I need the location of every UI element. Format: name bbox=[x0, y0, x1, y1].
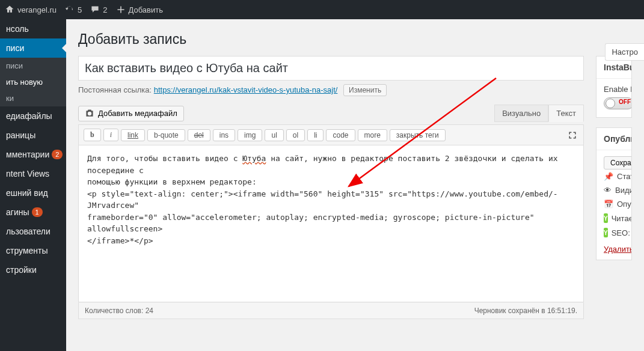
add-media-button[interactable]: Добавить медиафайл bbox=[78, 106, 184, 121]
permalink-row: Постоянная ссылка: https://verangel.ru/k… bbox=[78, 84, 584, 96]
qt-ol-button[interactable]: ol bbox=[286, 129, 305, 141]
draft-saved: Черновик сохранён в 16:51:19. bbox=[474, 307, 577, 315]
sidebar-sub-rubriki[interactable]: ки bbox=[0, 90, 66, 106]
word-count: Количество слов: 24 bbox=[85, 307, 153, 315]
qt-link-button[interactable]: link bbox=[121, 129, 145, 141]
sidebar-sub-new[interactable]: ить новую bbox=[0, 74, 66, 90]
qt-del-button[interactable]: del bbox=[188, 129, 210, 141]
readability-icon: Y bbox=[604, 213, 608, 223]
instabuilder-enable-label: Enable Ins bbox=[604, 85, 624, 94]
pin-icon: 📌 bbox=[604, 172, 613, 181]
admin-sidebar: нсоль писи писи ить новую ки едиафайлы р… bbox=[0, 19, 66, 351]
update-count: 5 bbox=[78, 5, 82, 14]
sidebar-item-pages[interactable]: раницы bbox=[0, 126, 66, 145]
sidebar-item-media[interactable]: едиафайлы bbox=[0, 106, 66, 126]
qt-ins-button[interactable]: ins bbox=[213, 129, 235, 141]
toggle-off-label: OFF bbox=[619, 99, 631, 105]
site-name: verangel.ru bbox=[17, 5, 57, 14]
qt-ul-button[interactable]: ul bbox=[265, 129, 283, 141]
sidebar-item-tools[interactable]: струменты bbox=[0, 241, 66, 260]
tab-visual[interactable]: Визуально bbox=[494, 105, 548, 122]
editor-status-bar: Количество слов: 24 Черновик сохранён в … bbox=[78, 302, 584, 319]
save-draft-button[interactable]: Сохранит bbox=[604, 156, 631, 169]
toggle-knob bbox=[606, 99, 615, 108]
screen-options-tab[interactable]: Настро bbox=[605, 43, 644, 61]
add-media-label: Добавить медиафайл bbox=[98, 109, 177, 118]
tab-text[interactable]: Текст bbox=[548, 105, 584, 122]
comment-count: 2 bbox=[103, 5, 107, 14]
camera-icon bbox=[85, 109, 94, 118]
sidebar-item-settings[interactable]: стройки bbox=[0, 260, 66, 279]
qt-bquote-button[interactable]: b-quote bbox=[147, 129, 185, 141]
sidebar-submenu-posts: писи ить новую ки bbox=[0, 58, 66, 106]
sidebar-plugins-label: агины bbox=[6, 207, 29, 217]
publish-readability-label: Читаем bbox=[612, 214, 631, 223]
adminbar-comments[interactable]: 2 bbox=[90, 5, 107, 14]
publish-visibility-label: Видим bbox=[615, 186, 631, 195]
qt-li-button[interactable]: li bbox=[307, 129, 324, 141]
move-to-trash-link[interactable]: Удалить bbox=[604, 240, 624, 254]
adminbar-site[interactable]: verangel.ru bbox=[5, 5, 57, 14]
permalink-link[interactable]: https://verangel.ru/kak-vstavit-video-s-… bbox=[154, 85, 338, 94]
post-content-editor[interactable]: Для того, чтобы вставить видео с Ютуба н… bbox=[79, 145, 583, 302]
publish-seo-label: SEO: Н bbox=[612, 228, 631, 237]
seo-icon: Y bbox=[604, 228, 608, 237]
calendar-icon: 📅 bbox=[604, 200, 613, 209]
qt-bold-button[interactable]: b bbox=[84, 129, 101, 141]
main-content: Настро Добавить запись Постоянная ссылка… bbox=[66, 19, 644, 351]
publish-date-label: Опубл bbox=[617, 200, 631, 209]
sidebar-comments-badge: 2 bbox=[52, 150, 63, 159]
qt-closetags-button[interactable]: закрыть теги bbox=[390, 129, 446, 141]
publish-metabox: Опублико Сохранит 📌Статус 👁Видим 📅Опубл … bbox=[596, 127, 632, 260]
adminbar-updates[interactable]: 5 bbox=[65, 5, 82, 14]
home-icon bbox=[5, 5, 14, 14]
comment-icon bbox=[90, 5, 100, 14]
qt-code-button[interactable]: code bbox=[326, 129, 355, 141]
sidebar-item-plugins[interactable]: агины 1 bbox=[0, 203, 66, 222]
qt-italic-button[interactable]: i bbox=[103, 129, 118, 141]
sidebar-item-posts[interactable]: писи bbox=[0, 38, 66, 58]
post-title-input[interactable] bbox=[78, 56, 584, 81]
adminbar-add[interactable]: Добавить bbox=[116, 5, 163, 14]
instabuilder-toggle[interactable]: OFF bbox=[604, 97, 631, 109]
editor-tabs: Визуально Текст bbox=[494, 105, 584, 122]
sidebar-comments-label: мментарии bbox=[6, 150, 49, 159]
update-icon bbox=[65, 5, 75, 14]
publish-status-label: Статус bbox=[617, 172, 631, 181]
sidebar-item-console[interactable]: нсоль bbox=[0, 19, 66, 38]
publish-title: Опублико bbox=[596, 128, 631, 150]
plus-icon bbox=[116, 5, 126, 14]
sidebar-item-appearance[interactable]: ешний вид bbox=[0, 183, 66, 203]
add-label: Добавить bbox=[129, 5, 163, 14]
fullscreen-icon[interactable] bbox=[566, 129, 578, 141]
quicktags-toolbar: b i link b-quote del ins img ul ol li co… bbox=[78, 124, 584, 145]
sidebar-item-contentviews[interactable]: ntent Views bbox=[0, 164, 66, 183]
sidebar-item-comments[interactable]: мментарии 2 bbox=[0, 145, 66, 164]
sidebar-plugins-badge: 1 bbox=[32, 207, 43, 217]
instabuilder-metabox: InstaBuild Enable Ins OFF bbox=[596, 56, 632, 118]
sidebar-sub-all[interactable]: писи bbox=[0, 58, 66, 74]
admin-bar: verangel.ru 5 2 Добавить bbox=[0, 0, 644, 19]
qt-img-button[interactable]: img bbox=[238, 129, 262, 141]
page-title: Добавить запись bbox=[78, 31, 632, 47]
eye-icon: 👁 bbox=[604, 186, 612, 195]
sidebar-item-users[interactable]: льзователи bbox=[0, 222, 66, 241]
permalink-edit-button[interactable]: Изменить bbox=[343, 84, 387, 96]
permalink-label: Постоянная ссылка: bbox=[78, 85, 152, 94]
qt-more-button[interactable]: more bbox=[358, 129, 387, 141]
